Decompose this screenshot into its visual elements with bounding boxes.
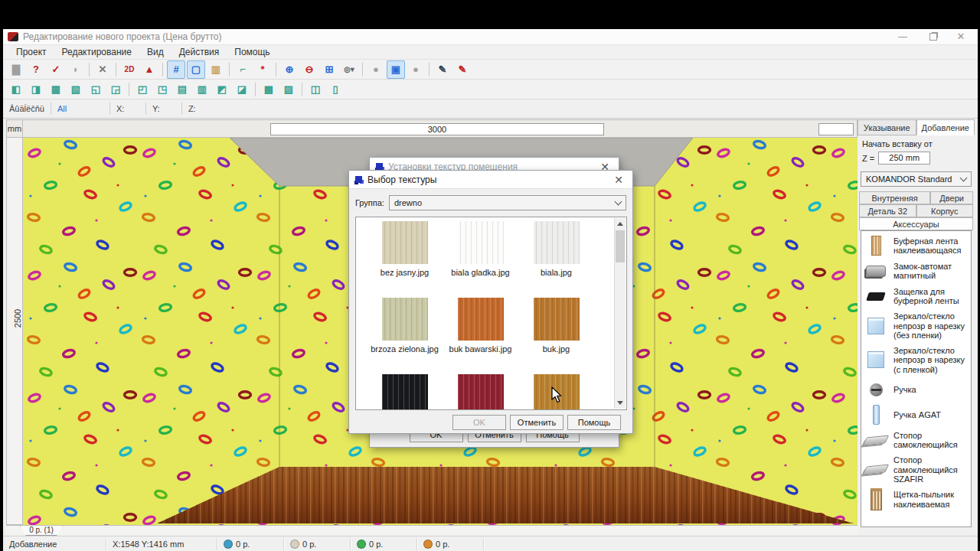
scrollbar[interactable] [614, 218, 626, 409]
tab-accessories[interactable]: Аксессуары [859, 217, 973, 230]
texture-thumbnail[interactable] [382, 298, 428, 341]
delete-icon[interactable]: ✕ [93, 60, 112, 79]
scroll-up-icon[interactable] [615, 218, 626, 230]
grid-icon[interactable]: # [167, 60, 185, 79]
list-item[interactable]: Стопор самоклеющийся SZAFIR [864, 455, 968, 484]
elem-align-left-icon[interactable]: ◧ [7, 80, 25, 99]
list-item[interactable]: Стопор самоклеющийся [864, 430, 968, 450]
group-rotate-icon[interactable]: ◩ [213, 80, 231, 99]
axes-icon[interactable]: * [253, 60, 272, 79]
elem-align-right-icon[interactable]: ◨ [27, 80, 45, 99]
z-field[interactable]: Z: [182, 103, 217, 115]
accessories-list[interactable]: Буферная лента наклеивающаяся Замок-авто… [861, 230, 972, 527]
texture-thumbnail[interactable] [382, 221, 428, 264]
new-project-icon[interactable]: ? [27, 60, 45, 79]
close-icon[interactable]: ✕ [947, 29, 975, 44]
door-icon[interactable]: ▥ [207, 60, 225, 79]
tab-pointing[interactable]: Указывание [858, 119, 916, 135]
texture-thumbnail[interactable] [458, 374, 504, 410]
filter-scope[interactable]: All [51, 103, 110, 115]
texture-item[interactable]: buk bawarski.jpg [443, 298, 518, 354]
tab-doors[interactable]: Двери [930, 191, 973, 204]
tab-corpus[interactable]: Корпус [916, 204, 974, 217]
spacing-v-icon[interactable]: ▨ [279, 80, 298, 99]
save-icon[interactable]: ▇ [7, 60, 25, 79]
system-select[interactable]: KOMANDOR Standard [861, 171, 972, 187]
texture-item[interactable]: brzoza zielona.jpg [367, 298, 443, 354]
texture-item[interactable]: biala gladka.jpg [443, 221, 518, 277]
price-sheet-tab[interactable]: 0 р. (1) [20, 526, 63, 536]
texture-grid[interactable]: bez jasny.jpg biala gladka.jpg biala.jpg… [355, 217, 627, 410]
restore-icon[interactable] [920, 29, 947, 44]
close-icon[interactable]: ✕ [611, 174, 626, 186]
group-align-left-icon[interactable]: ◰ [133, 80, 152, 99]
group-select[interactable]: drewno [389, 195, 626, 210]
corner-icon[interactable]: ⌐ [234, 60, 252, 79]
elem-rotate-icon[interactable]: ◱ [87, 80, 105, 99]
group-move-icon[interactable]: ◪ [233, 80, 251, 99]
help-button[interactable]: Помощь [567, 415, 621, 430]
texture-thumbnail[interactable] [458, 298, 504, 341]
texture-item[interactable]: biala.jpg [518, 221, 594, 277]
list-item[interactable]: Защелка для буферной ленты [864, 286, 968, 306]
menu-help[interactable]: Помощь [227, 45, 276, 59]
fill-icon[interactable]: ◗ [67, 60, 85, 79]
zoom-fit-icon[interactable]: ⊞ [320, 60, 338, 79]
elem-move-icon[interactable]: ◲ [106, 80, 125, 99]
pen-remove-icon[interactable]: ✎ [453, 60, 472, 79]
center-v-icon[interactable]: ▯ [326, 80, 345, 99]
z-value-input[interactable]: 250 mm [878, 152, 930, 165]
menu-project[interactable]: Проект [9, 45, 54, 59]
elem-align-bottom-icon[interactable]: ▧ [67, 80, 85, 99]
texture-item[interactable] [367, 374, 443, 410]
dimension-aux-input[interactable] [818, 123, 854, 135]
tab-detail-32[interactable]: Деталь 32 [859, 204, 916, 217]
ok-button[interactable]: OK [452, 415, 506, 430]
texture-item[interactable]: bez jasny.jpg [367, 221, 443, 277]
sheet-tab-bar: 0 р. (1) [6, 525, 858, 536]
list-item[interactable]: Ручка AGAT [864, 405, 968, 425]
cancel-button[interactable]: Отменить [510, 415, 564, 430]
sphere-icon[interactable]: ● [407, 60, 425, 79]
scroll-down-icon[interactable] [615, 397, 626, 409]
elem-align-top-icon[interactable]: ▦ [47, 80, 65, 99]
tab-adding[interactable]: Добавление [916, 119, 975, 135]
walls-icon[interactable]: ▢ [187, 60, 205, 79]
texture-thumbnail[interactable] [534, 298, 580, 341]
pen-add-icon[interactable]: ✎ [433, 60, 452, 79]
x-field[interactable]: X: [110, 103, 146, 115]
texture-thumbnail[interactable] [458, 221, 504, 264]
3d-view-icon[interactable]: ▲ [140, 60, 158, 79]
texture-select-title-bar[interactable]: Выбор текстуры ✕ [349, 171, 632, 189]
texture-item[interactable] [443, 374, 518, 410]
texture-item[interactable]: buk.jpg [518, 298, 594, 354]
zoom-menu-icon[interactable]: ◎▾ [340, 60, 358, 79]
center-h-icon[interactable]: ◫ [306, 80, 325, 99]
list-item[interactable]: Замок-автомат магнитный [864, 261, 968, 281]
menu-view[interactable]: Вид [140, 45, 171, 59]
y-field[interactable]: Y: [146, 103, 182, 115]
width-dimension-input[interactable]: 3000 [270, 123, 604, 135]
copy-style-icon[interactable]: ▣ [387, 60, 405, 79]
tab-inner-part[interactable]: Внутренняя часть [859, 191, 930, 204]
group-align-right-icon[interactable]: ◳ [153, 80, 172, 99]
menu-edit[interactable]: Редактирование [55, 45, 139, 59]
render-icon[interactable]: ● [367, 60, 385, 79]
list-item[interactable]: Зеркало/стекло непрозр в нарезку (с плен… [864, 346, 968, 375]
open-project-icon[interactable]: ✓ [47, 60, 65, 79]
zoom-in-icon[interactable]: ⊕ [280, 60, 299, 79]
zoom-out-icon[interactable]: ⊖ [300, 60, 318, 79]
list-item[interactable]: Ручка [864, 380, 968, 399]
texture-thumbnail[interactable] [382, 374, 428, 410]
menu-actions[interactable]: Действия [172, 45, 227, 59]
minimize-icon[interactable]: — [889, 29, 916, 44]
list-item[interactable]: Буферная лента наклеивающаяся [864, 236, 968, 256]
group-align-bottom-icon[interactable]: ▥ [193, 80, 211, 99]
texture-thumbnail[interactable] [534, 221, 580, 264]
scrollbar-thumb[interactable] [616, 230, 625, 262]
list-item[interactable]: Зеркало/стекло непрозр в нарезку (без пл… [864, 311, 968, 341]
group-align-top-icon[interactable]: ▤ [173, 80, 191, 99]
spacing-h-icon[interactable]: ▩ [260, 80, 278, 99]
2d-view-icon[interactable]: 2D [120, 60, 139, 79]
list-item[interactable]: Щетка-пыльник наклеиваемая [864, 490, 968, 510]
